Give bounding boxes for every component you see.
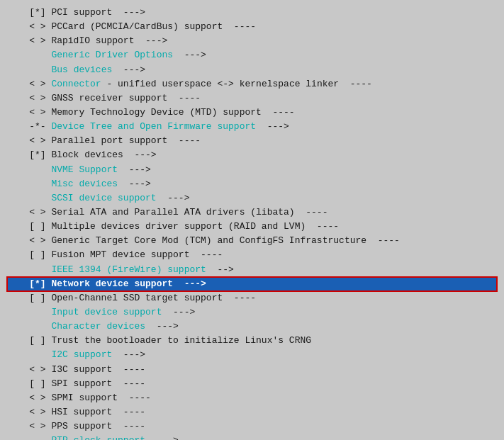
line-text: Generic Driver Options ---> [7, 48, 206, 62]
line-text: -*- Device Tree and Open Firmware suppor… [7, 120, 289, 134]
terminal-line: < > PCCard (PCMCIA/CardBus) support ---- [7, 20, 497, 34]
terminal-line: < > PPS support ---- [7, 419, 497, 434]
line-text: IEEE 1394 (FireWire) support --> [7, 263, 234, 277]
line-text: < > SPMI support ---- [7, 391, 151, 405]
terminal-line: [ ] Trust the bootloader to initialize L… [7, 334, 497, 348]
line-text: < > PPS support ---- [7, 419, 145, 434]
terminal-line: [ ] Open-Channel SSD target support ---- [7, 291, 497, 305]
line-text: Misc devices ---> [7, 177, 151, 191]
terminal-line: [*] Block devices ---> [7, 148, 497, 162]
terminal-line: Character devices ---> [7, 320, 497, 334]
terminal-line: < > SPMI support ---- [7, 391, 497, 405]
terminal-line: NVME Support ---> [7, 163, 497, 177]
line-text: Character devices ---> [7, 320, 179, 334]
line-text: [ ] Open-Channel SSD target support ---- [7, 291, 256, 305]
line-text: < > Connector - unified userspace <-> ke… [7, 77, 372, 91]
line-text: [*] PCI support ---> [7, 6, 145, 20]
line-text: < > GNSS receiver support ---- [7, 91, 201, 106]
line-text: NVME Support ---> [7, 163, 151, 177]
line-text: Input device support ---> [7, 305, 195, 320]
line-text: < > HSI support ---- [7, 405, 145, 419]
line-text: < > I3C support ---- [7, 363, 145, 377]
line-text: I2C support ---> [7, 348, 145, 362]
line-text: < > Parallel port support ---- [7, 134, 201, 148]
line-text: < > Generic Target Core Mod (TCM) and Co… [7, 234, 400, 248]
line-text: < > PCCard (PCMCIA/CardBus) support ---- [7, 20, 256, 34]
terminal-line: [*] PCI support ---> [7, 6, 497, 20]
terminal-line: < > Parallel port support ---- [7, 134, 497, 148]
terminal-line: Misc devices ---> [7, 177, 497, 191]
line-text: Bus devices ---> [7, 63, 145, 77]
terminal-line: < > Connector - unified userspace <-> ke… [7, 77, 497, 91]
terminal-line: Generic Driver Options ---> [7, 48, 497, 62]
terminal-line: [ ] SPI support ---- [7, 377, 497, 391]
terminal-line: SCSI device support ---> [7, 191, 497, 205]
line-text: PTP clock support ---> [7, 434, 179, 440]
terminal-window: [*] PCI support ---> < > PCCard (PCMCIA/… [0, 0, 504, 440]
terminal-line: Input device support ---> [7, 305, 497, 320]
line-text: [ ] Multiple devices driver support (RAI… [7, 220, 339, 234]
terminal-line: I2C support ---> [7, 348, 497, 362]
line-text: [*] Network device support ---> [7, 277, 206, 291]
terminal-line: < > Memory Technology Device (MTD) suppo… [7, 106, 497, 120]
line-text: < > Serial ATA and Parallel ATA drivers … [7, 205, 327, 220]
terminal-line: [ ] Multiple devices driver support (RAI… [7, 220, 497, 234]
terminal-line: < > I3C support ---- [7, 363, 497, 377]
terminal-line: PTP clock support ---> [7, 434, 497, 440]
line-text: < > Memory Technology Device (MTD) suppo… [7, 106, 295, 120]
terminal-line: < > Generic Target Core Mod (TCM) and Co… [7, 234, 497, 248]
terminal-line: IEEE 1394 (FireWire) support --> [7, 263, 497, 277]
terminal-line: Bus devices ---> [7, 63, 497, 77]
line-text: < > RapidIO support ---> [7, 34, 167, 48]
terminal-line: -*- Device Tree and Open Firmware suppor… [7, 120, 497, 134]
line-text: [ ] Fusion MPT device support ---- [7, 248, 223, 262]
terminal-line: < > Serial ATA and Parallel ATA drivers … [7, 205, 497, 220]
terminal-line: [ ] Fusion MPT device support ---- [7, 248, 497, 262]
terminal-line: < > RapidIO support ---> [7, 34, 497, 48]
line-text: [ ] Trust the bootloader to initialize L… [7, 334, 311, 348]
terminal-line[interactable]: [*] Network device support ---> [7, 277, 497, 291]
line-text: [*] Block devices ---> [7, 148, 157, 162]
terminal-line: < > GNSS receiver support ---- [7, 91, 497, 106]
terminal-line: < > HSI support ---- [7, 405, 497, 419]
line-text: SCSI device support ---> [7, 191, 189, 205]
line-text: [ ] SPI support ---- [7, 377, 145, 391]
